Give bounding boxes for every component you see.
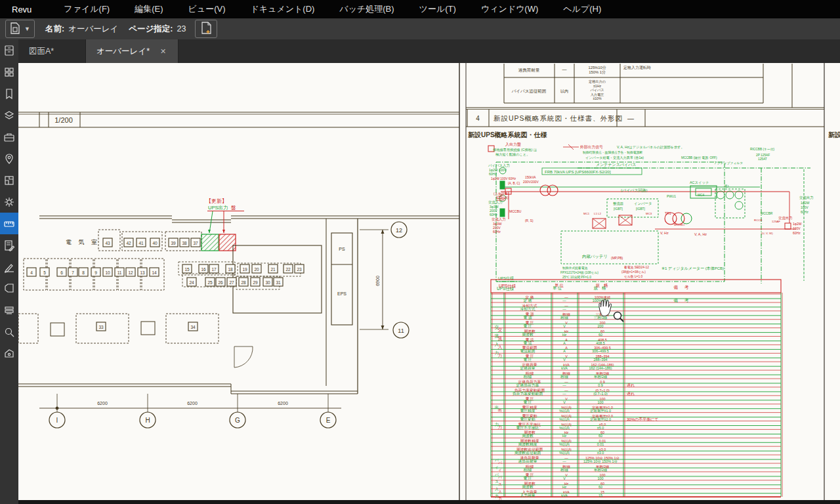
spec-cell: 周波数 <box>522 333 534 337</box>
document-tab-2[interactable]: オーバーレイ*✕ <box>86 39 178 63</box>
spec-cell: V <box>565 354 568 358</box>
annotation-updated: 【更新】 <box>206 198 227 204</box>
spec-cell: 電 圧 <box>525 472 534 477</box>
menu-item-3[interactable]: ビュー(V) <box>176 0 238 18</box>
grid-bubble: E <box>326 417 331 424</box>
page-range-label: ページ指定: <box>129 24 173 35</box>
markups-panel-button[interactable] <box>0 169 18 191</box>
spec-cell: Hz <box>564 482 569 486</box>
schematic-label: 100V <box>801 205 808 209</box>
schematic-label: 100V <box>793 226 801 230</box>
spec-cell: 電圧精度 <box>522 405 537 410</box>
schematic-label: [IGBT] <box>636 207 645 211</box>
cad-text: 以内 <box>560 89 568 93</box>
spec-cell: 過負荷耐量 <box>518 459 537 464</box>
menu-item-6[interactable]: ツール(T) <box>407 0 469 18</box>
schematic-label: [IGBT] <box>614 207 623 211</box>
spec-cell: 相/線 <box>562 312 571 316</box>
schematic-label: アクティブフィルタ <box>714 161 743 165</box>
page-range-value[interactable]: 23 <box>177 24 186 33</box>
spec-cell: — <box>564 380 568 384</box>
bookmarks-icon <box>3 88 15 100</box>
menu-item-8[interactable]: ヘルプ(H) <box>551 0 614 18</box>
schematic-label: (バイパス回路) <box>621 188 648 193</box>
sheet-number: 4 <box>476 115 480 122</box>
menu-item-7[interactable]: ウィンドウ(W) <box>469 0 551 18</box>
measure-panel-button[interactable] <box>0 213 18 234</box>
document-tab-1[interactable]: 図面A* <box>18 39 86 63</box>
panel-number: 37 <box>193 241 198 245</box>
pdf-canvas[interactable]: 1/200電 気 室43424140393837【更新】UPS出力盤456789… <box>18 63 840 500</box>
menu-item-4[interactable]: ドキュメント(D) <box>238 0 327 18</box>
spec-note: 30%の不平衡にて <box>627 417 658 422</box>
markup-list-panel-button[interactable] <box>0 234 18 256</box>
close-tab-icon[interactable]: ✕ <box>159 46 167 57</box>
spec-cell: %以内 <box>561 406 572 410</box>
sheet-title: 新設UPS概略系統図・仕様書、外形図 <box>494 114 623 122</box>
spec-group-label: ス <box>498 482 502 486</box>
spec-cell: 単相/2線 <box>596 371 610 375</box>
spec-cell: 過負荷耐量 <box>520 456 539 461</box>
search-panel-button[interactable] <box>0 321 18 343</box>
spec-cell: A <box>565 346 568 350</box>
add-page-button[interactable] <box>195 20 217 38</box>
properties-icon <box>3 196 15 208</box>
thumbnails-panel-button[interactable] <box>0 61 18 83</box>
cad-text: ±10% <box>593 96 602 100</box>
spec-cell: 定格電圧±1.0 <box>590 409 611 413</box>
schematic-label: 制御時限接点・故障接点予告・制御電源断 <box>583 150 642 155</box>
name-value[interactable]: オーバーレイ <box>68 24 118 35</box>
signature-panel-button[interactable] <box>0 256 18 278</box>
file-access-panel-button[interactable] <box>0 39 18 61</box>
top-table-label: バイパス追従範囲 <box>511 89 547 94</box>
overlay-preset-button[interactable]: ▼ <box>5 20 35 38</box>
spec-cell: 定格電圧±2.0 <box>590 417 611 422</box>
bookmarks-panel-button[interactable] <box>0 83 18 104</box>
layers-panel-button[interactable] <box>0 104 18 126</box>
menu-items: ファイル(F)編集(E)ビュー(V)ドキュメント(D)バッチ処理(B)ツール(T… <box>51 0 614 18</box>
studio-panel-button[interactable] <box>0 343 18 364</box>
flag-panel-button[interactable] <box>0 278 18 299</box>
section-heading: 新設UPS概略系統図・仕様 <box>467 131 548 138</box>
bottom-strip <box>18 500 840 504</box>
pdf-view[interactable]: 1/200電 気 室43424140393837【更新】UPS出力盤456789… <box>18 63 840 500</box>
panel-number: 9 <box>94 270 97 275</box>
schematic-label: 125AF <box>772 220 780 223</box>
schematic-label: 60Hz <box>793 231 801 235</box>
schematic-label: MCCBR <box>761 211 773 215</box>
overlay-toolbar: ▼ 名前: オーバーレイ ページ指定: 23 <box>0 18 840 40</box>
menu-item-2[interactable]: 編集(E) <box>122 0 175 18</box>
room-label: 電 気 室 <box>66 239 100 245</box>
menu-item-5[interactable]: バッチ処理(B) <box>327 0 406 18</box>
links-panel-button[interactable] <box>0 299 18 321</box>
app-logo[interactable]: Revu <box>12 5 32 14</box>
spec-cell: 60 <box>600 430 604 434</box>
schematic-label: 2P 125AF <box>756 154 770 157</box>
menu-item-1[interactable]: ファイル(F) <box>51 0 122 18</box>
spec-cell: 100%連続 <box>595 295 611 300</box>
panel-number: 15 <box>184 267 190 272</box>
schematic-label: 整流器 <box>613 201 623 206</box>
spec-cell: 電 源 <box>525 312 534 316</box>
panel-number: 39 <box>171 241 176 245</box>
spec-group-label: 入 <box>498 490 502 494</box>
properties-panel-button[interactable] <box>0 191 18 213</box>
scale-label: 1/200 <box>54 116 73 124</box>
schematic-label: 150kVA <box>525 176 536 179</box>
spec-cell: 冷却方式 <box>522 304 537 308</box>
top-table-label: 過負荷耐量 <box>518 68 540 73</box>
grid-bubble: H <box>145 417 150 424</box>
spec-cell: 周波数 <box>524 430 536 435</box>
panel-number: 4 <box>30 270 33 275</box>
spec-cell: ±5.0 <box>599 423 606 427</box>
panel-number: 12 <box>128 270 133 275</box>
schematic-label: MC4 <box>698 194 704 197</box>
panel-number: 43 <box>105 241 110 245</box>
chevron-down-icon: ▼ <box>24 26 30 32</box>
spaces-panel-button[interactable] <box>0 148 18 169</box>
spec-cell: Hz <box>564 430 569 434</box>
search-icon <box>3 326 15 338</box>
spec-cell: 単相/2線 <box>596 465 610 469</box>
spec-cell: %以内 <box>561 423 572 427</box>
tool-chest-panel-button[interactable] <box>0 126 18 148</box>
